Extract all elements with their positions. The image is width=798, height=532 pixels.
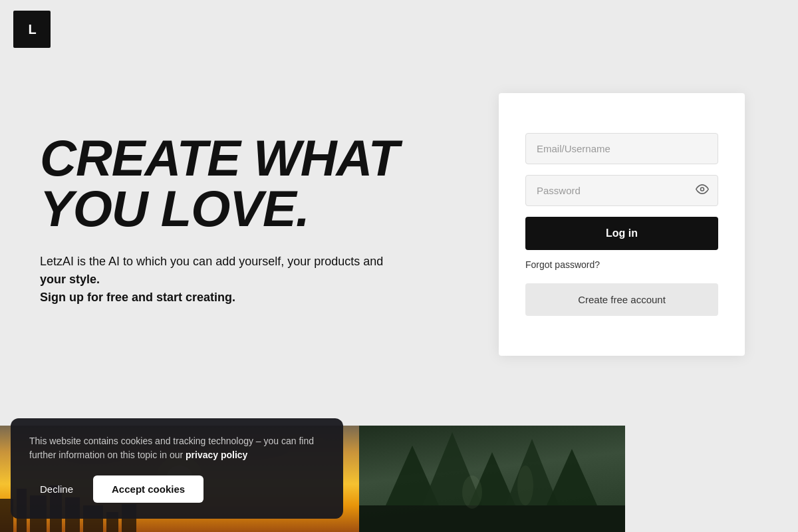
privacy-policy-link[interactable]: privacy policy bbox=[186, 450, 247, 460]
password-group bbox=[525, 175, 718, 206]
hero-title: CREATE WHAT YOU LOVE. bbox=[40, 133, 499, 234]
svg-point-24 bbox=[517, 466, 533, 505]
forest-scene bbox=[359, 426, 625, 532]
email-input[interactable] bbox=[525, 133, 718, 164]
hero-description-line1: LetzAI is the AI to which you can add yo… bbox=[40, 255, 383, 268]
hero-description-line2: your style. bbox=[40, 273, 100, 286]
hero-title-line2: YOU LOVE. bbox=[40, 184, 499, 234]
create-account-button[interactable]: Create free account bbox=[525, 283, 718, 316]
header: L bbox=[0, 0, 798, 59]
decline-button[interactable]: Decline bbox=[29, 477, 84, 501]
login-card: Log in Forgot password? Create free acco… bbox=[499, 93, 745, 356]
cookie-banner: This website contains cookies and tracki… bbox=[11, 418, 343, 519]
hero-description: LetzAI is the AI to which you can add yo… bbox=[40, 253, 426, 307]
cookie-message-text: This website contains cookies and tracki… bbox=[29, 436, 314, 460]
cookie-actions: Decline Accept cookies bbox=[29, 475, 325, 503]
logo-text: L bbox=[28, 23, 35, 36]
login-button[interactable]: Log in bbox=[525, 217, 718, 250]
eye-icon bbox=[696, 182, 709, 196]
logo[interactable]: L bbox=[13, 11, 51, 48]
forest-image bbox=[359, 426, 625, 532]
hero-section: CREATE WHAT YOU LOVE. LetzAI is the AI t… bbox=[40, 106, 499, 307]
password-toggle-button[interactable] bbox=[696, 182, 709, 199]
cookie-message: This website contains cookies and tracki… bbox=[29, 434, 325, 462]
forgot-password-link[interactable]: Forgot password? bbox=[525, 259, 718, 270]
hero-title-line1: CREATE WHAT bbox=[40, 133, 499, 184]
password-input[interactable] bbox=[525, 175, 718, 206]
email-group bbox=[525, 133, 718, 164]
hero-description-line3: Sign up for free and start creating. bbox=[40, 291, 235, 304]
svg-rect-22 bbox=[359, 505, 625, 532]
accept-cookies-button[interactable]: Accept cookies bbox=[93, 475, 203, 503]
svg-point-23 bbox=[462, 475, 482, 509]
svg-point-0 bbox=[701, 188, 704, 191]
